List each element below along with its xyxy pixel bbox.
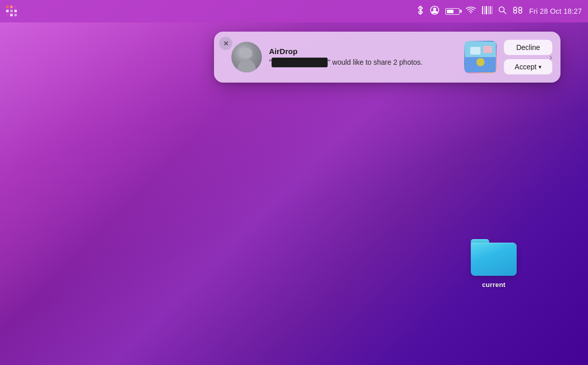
battery-icon[interactable] xyxy=(445,8,460,15)
svg-rect-13 xyxy=(490,6,491,14)
menubar-status-icons: Fri 28 Oct 18:27 xyxy=(417,6,582,17)
accept-chevron-icon: ▾ xyxy=(539,64,542,70)
desktop: Fri 28 Oct 18:27 ✕ AirDrop "J██████████"… xyxy=(0,0,588,365)
svg-point-25 xyxy=(476,58,485,66)
folder-label: current xyxy=(482,281,505,289)
accept-label: Accept xyxy=(515,63,537,71)
sender-avatar xyxy=(231,42,262,72)
accept-button[interactable]: Accept ▾ xyxy=(504,59,552,74)
notification-body: "J██████████" would like to share 2 phot… xyxy=(269,58,457,68)
app-switcher-icon[interactable] xyxy=(6,6,17,17)
svg-rect-10 xyxy=(484,6,485,14)
notification-text-area: AirDrop "J██████████" would like to shar… xyxy=(269,47,457,68)
svg-rect-9 xyxy=(482,6,483,14)
svg-rect-23 xyxy=(470,47,480,55)
menubar-clock[interactable]: Fri 28 Oct 18:27 xyxy=(529,7,582,15)
folder-icon xyxy=(471,239,517,276)
preview-image xyxy=(464,41,497,73)
svg-rect-11 xyxy=(486,6,487,14)
decline-button[interactable]: Decline xyxy=(504,40,552,55)
control-center-icon[interactable] xyxy=(513,6,523,16)
svg-line-16 xyxy=(504,12,506,14)
svg-point-18 xyxy=(519,7,522,10)
svg-rect-14 xyxy=(492,6,492,14)
airdrop-photo-preview xyxy=(464,41,497,73)
folder-body xyxy=(471,243,517,276)
notification-actions: Decline Accept ▾ xyxy=(504,40,552,74)
svg-point-17 xyxy=(514,7,517,10)
current-folder[interactable]: current xyxy=(471,239,517,289)
user-account-icon[interactable] xyxy=(430,6,439,17)
svg-rect-24 xyxy=(483,46,492,53)
sender-name-redacted: J██████████ xyxy=(272,58,328,68)
svg-point-20 xyxy=(519,10,522,13)
svg-point-8 xyxy=(433,8,436,11)
scanner-icon[interactable] xyxy=(482,6,492,16)
notification-expand-arrow[interactable]: › xyxy=(549,52,552,63)
bluetooth-icon[interactable] xyxy=(417,6,424,17)
search-icon[interactable] xyxy=(498,6,506,16)
airdrop-notification: ✕ AirDrop "J██████████" would like to sh… xyxy=(214,32,560,83)
notification-title: AirDrop xyxy=(269,47,457,56)
notification-close-button[interactable]: ✕ xyxy=(219,37,232,50)
svg-rect-12 xyxy=(488,6,489,14)
menubar: Fri 28 Oct 18:27 xyxy=(0,0,588,22)
wifi-icon[interactable] xyxy=(466,6,476,16)
svg-point-19 xyxy=(514,10,517,13)
